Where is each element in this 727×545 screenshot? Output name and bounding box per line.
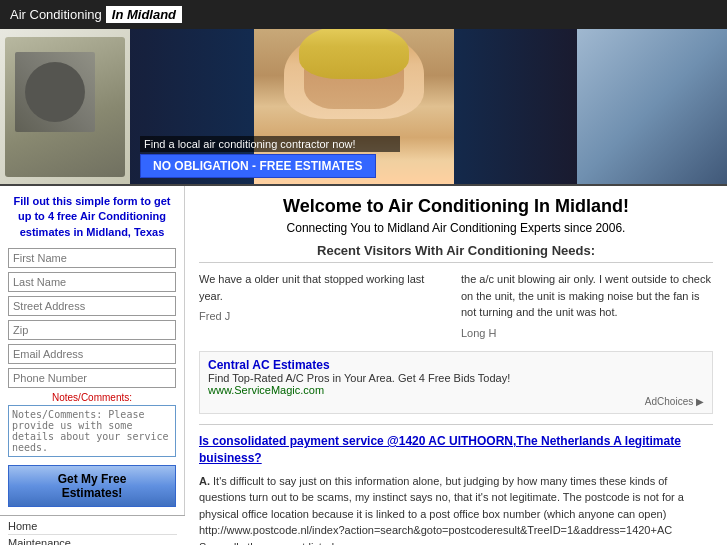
hero-overlay: Find a local air conditioning contractor… [130,130,410,184]
main-content: Welcome to Air Conditioning In Midland! … [185,186,727,545]
email-input[interactable] [8,344,176,364]
hero-left-image [0,29,130,184]
welcome-title: Welcome to Air Conditioning In Midland! [199,196,713,217]
visitor-item-0: We have a older unit that stopped workin… [199,271,451,341]
hero-banner: Find a local air conditioning contractor… [0,29,727,184]
visitor-item-1: the a/c unit blowing air only. I went ou… [461,271,713,341]
notes-textarea[interactable] [8,405,176,457]
visitors-grid: We have a older unit that stopped workin… [199,271,713,341]
visitor-text-1: the a/c unit blowing air only. I went ou… [461,271,713,321]
phone-input[interactable] [8,368,176,388]
hero-cta-button[interactable]: NO OBLIGATION - FREE ESTIMATES [140,154,376,178]
forum-answer: A. It's difficult to say just on this in… [199,473,713,545]
answer-text: It's difficult to say just on this infor… [199,475,684,545]
first-name-input[interactable] [8,248,176,268]
nav-home[interactable]: Home [8,518,177,535]
form-title: Fill out this simple form to get up to 4… [8,194,176,240]
notes-label: Notes/Comments: [8,392,176,403]
visitor-name-1: Long H [461,325,713,342]
title-air: Air Conditioning [10,7,102,22]
estimate-form: Fill out this simple form to get up to 4… [0,186,185,515]
title-midland: In Midland [106,6,182,23]
site-header: Air Conditioning In Midland [0,0,727,29]
zip-input[interactable] [8,320,176,340]
main-layout: Fill out this simple form to get up to 4… [0,184,727,545]
nav-maintenance[interactable]: Maintenance [8,535,177,545]
ad-desc: Find Top-Rated A/C Pros in Your Area. Ge… [208,372,704,384]
welcome-subtitle: Connecting You to Midland Air Conditioni… [199,221,713,235]
submit-button[interactable]: Get My Free Estimates! [8,465,176,507]
helmet-decoration [299,29,409,79]
ad-block: Central AC Estimates Find Top-Rated A/C … [199,351,713,414]
visitors-title: Recent Visitors With Air Conditioning Ne… [199,243,713,263]
answer-label: A. [199,475,210,487]
hero-find-text: Find a local air conditioning contractor… [140,136,400,152]
city-image [582,37,722,177]
ad-title[interactable]: Central AC Estimates [208,358,704,372]
hero-right-image [577,29,727,184]
visitor-name-0: Fred J [199,308,451,325]
last-name-input[interactable] [8,272,176,292]
left-panel: Fill out this simple form to get up to 4… [0,186,185,545]
visitor-text-0: We have a older unit that stopped workin… [199,271,451,304]
forum-post: Is consolidated payment service @1420 AC… [199,424,713,545]
street-address-input[interactable] [8,296,176,316]
bottom-nav: Home Maintenance [0,515,185,545]
forum-question-link[interactable]: Is consolidated payment service @1420 AC… [199,433,713,467]
ad-link[interactable]: www.ServiceMagic.com [208,384,704,396]
ac-unit-image [5,37,125,177]
hero-center-image: Find a local air conditioning contractor… [130,29,577,184]
ad-choices: AdChoices ▶ [208,396,704,407]
